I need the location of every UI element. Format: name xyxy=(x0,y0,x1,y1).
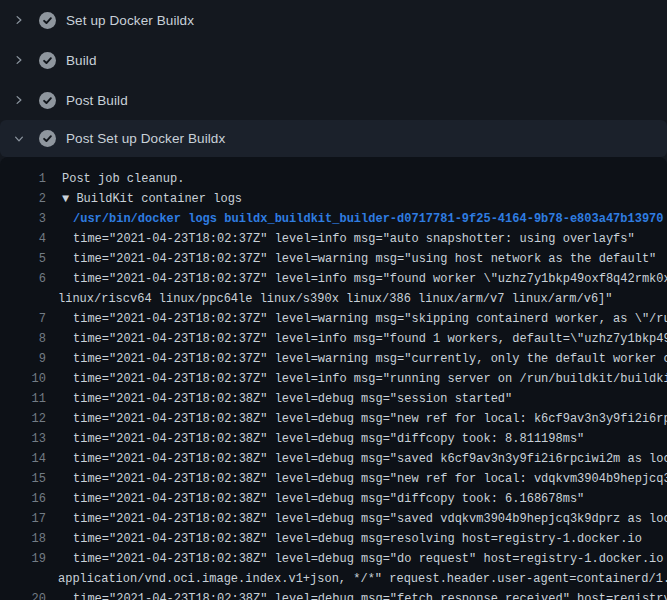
log-line: 19 time="2021-04-23T18:02:38Z" level=deb… xyxy=(0,549,667,569)
log-line: 6 time="2021-04-23T18:02:37Z" level=info… xyxy=(0,269,667,289)
log-line-number[interactable]: 13 xyxy=(0,429,46,449)
log-line-text: time="2021-04-23T18:02:38Z" level=debug … xyxy=(46,389,512,409)
log-line-text: time="2021-04-23T18:02:38Z" level=debug … xyxy=(46,469,667,489)
log-line: 10 time="2021-04-23T18:02:37Z" level=inf… xyxy=(0,369,667,389)
step-label: Build xyxy=(66,53,97,68)
log-line: 5 time="2021-04-23T18:02:37Z" level=warn… xyxy=(0,249,667,269)
step-label: Set up Docker Buildx xyxy=(66,13,194,28)
log-line-text: time="2021-04-23T18:02:37Z" level=warnin… xyxy=(46,309,667,329)
log-line-number[interactable]: 11 xyxy=(0,389,46,409)
log-line: 16 time="2021-04-23T18:02:38Z" level=deb… xyxy=(0,489,667,509)
log-line-text: time="2021-04-23T18:02:37Z" level=warnin… xyxy=(46,249,656,269)
log-line: 12 time="2021-04-23T18:02:38Z" level=deb… xyxy=(0,409,667,429)
log-line-number[interactable]: 6 xyxy=(0,269,46,289)
log-group-label: BuildKit container logs xyxy=(69,192,242,206)
log-line: linux/riscv64 linux/ppc64le linux/s390x … xyxy=(0,289,667,309)
log-line: 20 time="2021-04-23T18:02:38Z" level=deb… xyxy=(0,589,667,600)
log-line-text: time="2021-04-23T18:02:37Z" level=info m… xyxy=(46,269,667,289)
log-line-text: time="2021-04-23T18:02:38Z" level=debug … xyxy=(46,529,642,549)
log-line-text: time="2021-04-23T18:02:38Z" level=debug … xyxy=(46,409,667,429)
log-line-number[interactable]: 10 xyxy=(0,369,46,389)
log-line: 3 /usr/bin/docker logs buildx_buildkit_b… xyxy=(0,209,667,229)
log-line-text: Post job cleanup. xyxy=(46,169,184,189)
log-line-number[interactable]: 18 xyxy=(0,529,46,549)
log-line-number[interactable] xyxy=(0,289,46,309)
steps-panel: Set up Docker Buildx Build Post Build Po… xyxy=(0,0,667,157)
log-line-text: application/vnd.oci.image.index.v1+json,… xyxy=(46,569,667,589)
log-line: 11 time="2021-04-23T18:02:38Z" level=deb… xyxy=(0,389,667,409)
log-line-number[interactable]: 16 xyxy=(0,489,46,509)
step-header[interactable]: Post Build xyxy=(0,80,667,120)
log-line: 18 time="2021-04-23T18:02:38Z" level=deb… xyxy=(0,529,667,549)
log-area: 1 Post job cleanup. 2 ▼ BuildKit contain… xyxy=(0,157,667,600)
log-line-number[interactable]: 14 xyxy=(0,449,46,469)
log-line-number[interactable]: 2 xyxy=(0,189,46,209)
chevron-down-icon[interactable] xyxy=(12,132,26,146)
log-line-text: time="2021-04-23T18:02:38Z" level=debug … xyxy=(46,429,584,449)
log-line-text: time="2021-04-23T18:02:37Z" level=info m… xyxy=(46,229,635,249)
log-line-number[interactable]: 1 xyxy=(0,169,46,189)
step-label: Post Set up Docker Buildx xyxy=(66,131,225,146)
log-line-text: time="2021-04-23T18:02:37Z" level=info m… xyxy=(46,369,667,389)
log-line: 13 time="2021-04-23T18:02:38Z" level=deb… xyxy=(0,429,667,449)
log-line: 14 time="2021-04-23T18:02:38Z" level=deb… xyxy=(0,449,667,469)
log-line-text: time="2021-04-23T18:02:38Z" level=debug … xyxy=(46,509,667,529)
step-header[interactable]: Set up Docker Buildx xyxy=(0,0,667,40)
log-line-text: time="2021-04-23T18:02:37Z" level=warnin… xyxy=(46,349,667,369)
chevron-right-icon[interactable] xyxy=(12,13,26,27)
step-header[interactable]: Build xyxy=(0,40,667,80)
log-line-number[interactable]: 15 xyxy=(0,469,46,489)
log-line-number[interactable] xyxy=(0,569,46,589)
log-line-text: linux/riscv64 linux/ppc64le linux/s390x … xyxy=(46,289,613,309)
log-line-number[interactable]: 19 xyxy=(0,549,46,569)
log-line-text: time="2021-04-23T18:02:38Z" level=debug … xyxy=(46,489,584,509)
log-line-number[interactable]: 3 xyxy=(0,209,46,229)
check-circle-icon xyxy=(39,12,56,29)
chevron-right-icon[interactable] xyxy=(12,93,26,107)
log-line-number[interactable]: 4 xyxy=(0,229,46,249)
log-line: 9 time="2021-04-23T18:02:37Z" level=warn… xyxy=(0,349,667,369)
log-line-number[interactable]: 8 xyxy=(0,329,46,349)
log-line: 17 time="2021-04-23T18:02:38Z" level=deb… xyxy=(0,509,667,529)
check-circle-icon xyxy=(39,92,56,109)
log-line-text: time="2021-04-23T18:02:37Z" level=info m… xyxy=(46,329,667,349)
log-line: application/vnd.oci.image.index.v1+json,… xyxy=(0,569,667,589)
log-line: 7 time="2021-04-23T18:02:37Z" level=warn… xyxy=(0,309,667,329)
log-line-text[interactable]: ▼ BuildKit container logs xyxy=(46,189,242,209)
chevron-right-icon[interactable] xyxy=(12,53,26,67)
log-line-text: time="2021-04-23T18:02:38Z" level=debug … xyxy=(46,589,667,600)
step-header[interactable]: Post Set up Docker Buildx xyxy=(0,120,667,157)
log-line-text: time="2021-04-23T18:02:38Z" level=debug … xyxy=(46,449,667,469)
log-line: 1 Post job cleanup. xyxy=(0,169,667,189)
log-line-number[interactable]: 17 xyxy=(0,509,46,529)
log-line-text: time="2021-04-23T18:02:38Z" level=debug … xyxy=(46,549,667,569)
log-line: 2 ▼ BuildKit container logs xyxy=(0,189,667,209)
step-label: Post Build xyxy=(66,93,128,108)
log-line: 4 time="2021-04-23T18:02:37Z" level=info… xyxy=(0,229,667,249)
check-circle-icon xyxy=(39,52,56,69)
log-line: 15 time="2021-04-23T18:02:38Z" level=deb… xyxy=(0,469,667,489)
log-line-number[interactable]: 7 xyxy=(0,309,46,329)
check-circle-icon xyxy=(39,130,56,147)
log-line-number[interactable]: 20 xyxy=(0,589,46,600)
log-line-number[interactable]: 12 xyxy=(0,409,46,429)
log-line-number[interactable]: 9 xyxy=(0,349,46,369)
log-line-text: /usr/bin/docker logs buildx_buildkit_bui… xyxy=(46,209,664,229)
log-line: 8 time="2021-04-23T18:02:37Z" level=info… xyxy=(0,329,667,349)
log-line-number[interactable]: 5 xyxy=(0,249,46,269)
